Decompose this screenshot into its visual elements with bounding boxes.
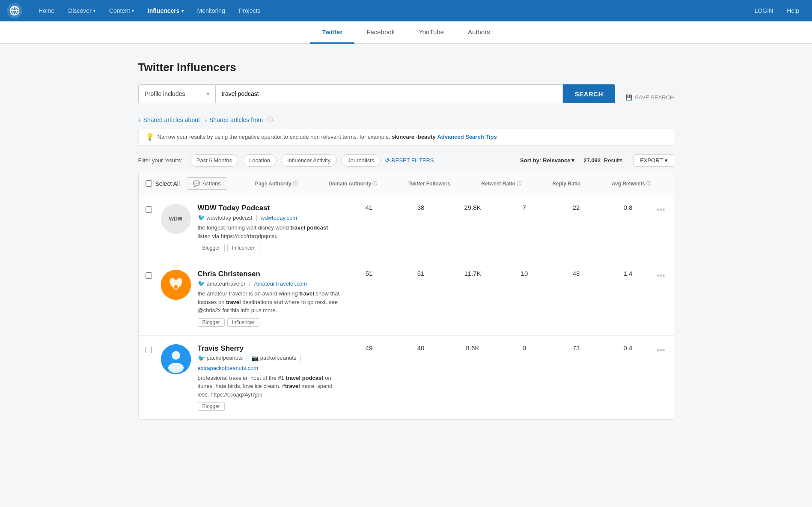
avatar <box>161 344 191 374</box>
sort-value[interactable]: Relevance ▾ <box>543 157 574 164</box>
results-count: 27,092 Results <box>584 157 623 164</box>
retweet-ratio-val-1: 7 <box>512 204 537 211</box>
page-authority-val-2: 51 <box>356 270 382 277</box>
shared-articles-about-button[interactable]: + Shared articles about <box>138 116 200 123</box>
tab-authors[interactable]: Authors <box>456 21 502 44</box>
nav-influencers[interactable]: Influencers ▾ <box>142 5 190 17</box>
col-reply-ratio: Reply Ratio <box>552 181 580 187</box>
row-actions-3: ••• <box>654 344 667 357</box>
search-input[interactable] <box>215 84 563 103</box>
svg-point-5 <box>174 285 178 289</box>
tag-blogger-1: Blogger <box>198 244 225 252</box>
twitter-followers-val-2: 11.7K <box>460 270 485 277</box>
domain-authority-val-3: 40 <box>408 344 434 352</box>
profile-includes-dropdown[interactable]: Profile includes ▾ <box>138 84 215 103</box>
filter-location[interactable]: Location <box>243 154 277 167</box>
avg-retweets-info-icon[interactable]: ⓘ <box>646 180 651 187</box>
domain-authority-val-1: 38 <box>408 204 434 211</box>
tabs-bar: Twitter Facebook YouTube Authors <box>0 21 812 44</box>
twitter-followers-val-1: 29.8K <box>460 204 485 211</box>
col-domain-authority: Domain Authority ⓘ <box>328 180 377 187</box>
website-link-2[interactable]: AmateurTraveler.com <box>254 280 307 287</box>
dropdown-chevron-icon: ▾ <box>207 91 209 97</box>
row-checkbox-3[interactable] <box>146 347 152 353</box>
domain-authority-val-2: 51 <box>408 270 434 277</box>
website-link-3[interactable]: extrapackofpeanuts.com <box>198 365 259 371</box>
influencer-name-1: WDW Today Podcast <box>198 204 343 212</box>
tag-blogger-3: Blogger <box>198 402 225 411</box>
handles-3: 🐦 packofpeanuts | 📷 packofpeanuts | extr… <box>198 355 343 371</box>
page-authority-val-3: 49 <box>356 344 382 352</box>
reset-filters-button[interactable]: ↺ RESET FILTERS <box>385 157 434 164</box>
twitter-icon: 🐦 <box>198 214 205 221</box>
reply-ratio-val-3: 73 <box>563 344 589 352</box>
metrics-1: 41 38 29.8K 7 22 0.8 <box>343 204 654 211</box>
tab-twitter[interactable]: Twitter <box>310 21 354 44</box>
more-options-button-3[interactable]: ••• <box>655 344 667 357</box>
sort-by: Sort by: Relevance ▾ <box>520 157 574 164</box>
twitter-followers-val-3: 8.6K <box>460 344 485 352</box>
results-bar: Filter your results: Past 6 Months Locat… <box>138 154 674 167</box>
page-authority-val-1: 41 <box>356 204 382 211</box>
more-options-button-2[interactable]: ••• <box>655 270 667 282</box>
tab-youtube[interactable]: YouTube <box>407 21 456 44</box>
row-checkbox-2[interactable] <box>146 272 152 279</box>
page-title: Twitter Influencers <box>138 61 674 74</box>
more-options-button-1[interactable]: ••• <box>655 204 667 216</box>
avg-retweets-val-2: 1.4 <box>615 270 641 277</box>
help-button[interactable]: Help <box>781 5 805 17</box>
avg-retweets-val-1: 0.8 <box>615 204 641 211</box>
nav-discover[interactable]: Discover ▾ <box>62 5 101 17</box>
handles-1: 🐦 wdwtoday podcast | wdwtoday.com <box>198 214 343 221</box>
handles-2: 🐦 amateurtraveler | AmateurTraveler.com <box>198 280 343 287</box>
filter-info-icon[interactable]: ⓘ <box>267 116 273 124</box>
login-button[interactable]: LOGIN <box>749 5 779 17</box>
nav-content[interactable]: Content ▾ <box>103 5 140 17</box>
search-bar: Profile includes ▾ SEARCH <box>138 84 615 103</box>
tag-influencer-1: Influencer <box>227 244 259 252</box>
tags-2: Blogger Influencer <box>198 318 343 327</box>
nav-projects[interactable]: Projects <box>233 5 267 17</box>
search-button[interactable]: SEARCH <box>563 84 615 103</box>
select-all-label: Select All <box>155 180 180 187</box>
bio-1: the longest running walt disney world tr… <box>198 224 343 240</box>
svg-point-8 <box>172 351 180 360</box>
actions-button[interactable]: 💬 Actions <box>187 177 227 190</box>
select-all-wrap: Select All 💬 Actions <box>146 177 240 190</box>
actions-icon: 💬 <box>193 180 200 187</box>
row-actions-1: ••• <box>654 204 667 216</box>
nav-links: Home Discover ▾ Content ▾ Influencers ▾ … <box>33 5 749 17</box>
nav-home[interactable]: Home <box>33 5 60 17</box>
table-header: Select All 💬 Actions Page Authority ⓘ Do… <box>139 172 674 195</box>
save-icon: 💾 <box>625 94 632 101</box>
website-link-1[interactable]: wdwtoday.com <box>261 215 297 221</box>
table-row: Travis Sherry 🐦 packofpeanuts | 📷 packof… <box>139 336 674 420</box>
row-checkbox-1[interactable] <box>146 206 152 213</box>
sort-chevron-icon: ▾ <box>571 157 574 164</box>
page-authority-info-icon[interactable]: ⓘ <box>293 180 297 187</box>
select-all-checkbox[interactable] <box>146 180 152 187</box>
twitter-handle-1: 🐦 wdwtoday podcast <box>198 214 253 221</box>
export-button[interactable]: EXPORT ▾ <box>634 154 674 167</box>
table-row: WDW WDW Today Podcast 🐦 wdwtoday podcast… <box>139 195 674 261</box>
metrics-3: 49 40 8.6K 0 73 0.4 <box>343 344 654 352</box>
retweet-ratio-info-icon[interactable]: ⓘ <box>517 180 521 187</box>
col-retweet-ratio: Retweet Ratio ⓘ <box>481 180 521 187</box>
nav-monitoring[interactable]: Monitoring <box>191 5 231 17</box>
tab-facebook[interactable]: Facebook <box>354 21 407 44</box>
retweet-ratio-val-2: 10 <box>512 270 537 277</box>
domain-authority-info-icon[interactable]: ⓘ <box>372 180 377 187</box>
retweet-ratio-val-3: 0 <box>512 344 537 352</box>
filter-journalists[interactable]: Journalists <box>341 154 381 167</box>
advanced-search-tips-link[interactable]: Advanced Search Tips <box>437 134 497 140</box>
content-chevron-icon: ▾ <box>132 9 134 13</box>
refresh-icon: ↺ <box>385 157 390 164</box>
save-search-button[interactable]: 💾 SAVE SEARCH <box>625 94 674 101</box>
search-section: Profile includes ▾ SEARCH 💾 SAVE SEARCH <box>138 84 674 110</box>
logo[interactable] <box>7 3 22 18</box>
profile-info-3: Travis Sherry 🐦 packofpeanuts | 📷 packof… <box>198 344 343 411</box>
shared-articles-from-button[interactable]: + Shared articles from <box>204 116 263 123</box>
filter-influencer-activity[interactable]: Influencer Activity <box>281 154 337 167</box>
filter-past-6-months[interactable]: Past 6 Months <box>190 154 238 167</box>
col-avg-retweets: Avg Retweets ⓘ <box>612 180 651 187</box>
